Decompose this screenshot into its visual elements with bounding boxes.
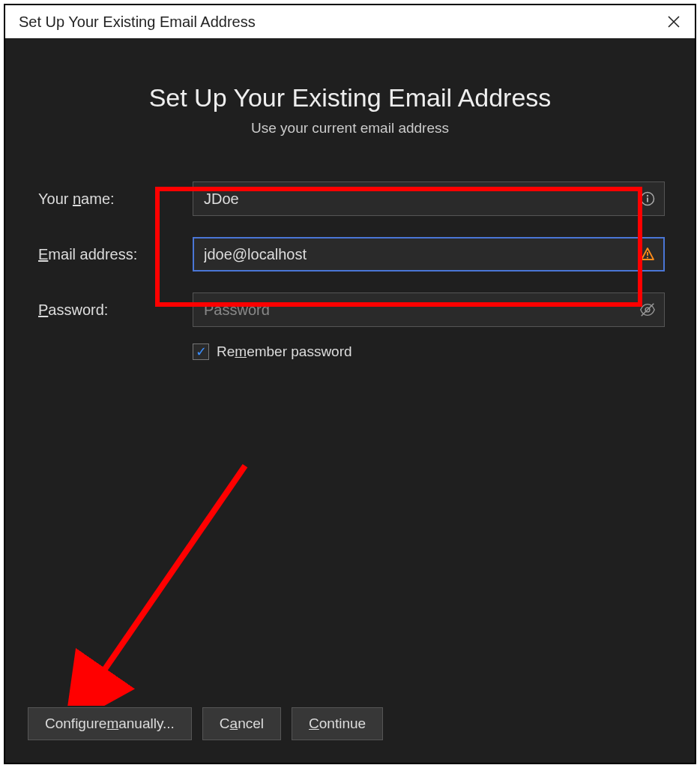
label-accelerator: P: [38, 302, 48, 318]
configure-manually-button[interactable]: Configure manually...: [28, 707, 192, 740]
label-text: ame:: [81, 190, 114, 207]
label-accelerator: m: [235, 344, 247, 359]
name-input[interactable]: [193, 182, 665, 216]
label-accelerator: n: [73, 190, 81, 207]
svg-point-1: [647, 195, 648, 196]
remember-checkbox[interactable]: ✓: [193, 344, 209, 360]
btn-text: ncel: [238, 716, 264, 732]
svg-rect-2: [647, 198, 648, 202]
label-text: Your: [38, 190, 73, 207]
btn-text: Configure: [45, 716, 106, 732]
continue-button[interactable]: Continue: [292, 707, 383, 740]
email-input[interactable]: [193, 237, 665, 272]
remember-row: ✓ Remember password: [193, 344, 665, 360]
label-accelerator: E: [38, 246, 48, 262]
name-label: Your name:: [35, 190, 193, 208]
svg-line-7: [95, 466, 245, 683]
page-heading: Set Up Your Existing Email Address: [35, 83, 665, 112]
cancel-button[interactable]: Cancel: [202, 707, 281, 740]
info-icon[interactable]: [639, 190, 656, 207]
email-input-wrap: [193, 237, 665, 272]
annotation-arrow-icon: [65, 458, 260, 706]
password-label: Password:: [35, 302, 193, 319]
btn-accelerator: a: [230, 716, 238, 732]
btn-accelerator: m: [106, 716, 118, 732]
btn-text: ontinue: [319, 716, 366, 732]
label-text: Re: [217, 344, 235, 359]
label-text: ember password: [247, 344, 351, 359]
email-row: Email address:: [35, 237, 665, 272]
password-row: Password:: [35, 292, 665, 327]
eye-off-icon[interactable]: [639, 302, 656, 318]
dialog-window: Set Up Your Existing Email Address Set U…: [4, 4, 696, 764]
button-bar: Configure manually... Cancel Continue: [28, 707, 672, 740]
svg-point-4: [647, 256, 648, 258]
btn-text: anually...: [118, 716, 175, 732]
window-title: Set Up Your Existing Email Address: [19, 14, 256, 31]
close-icon[interactable]: [663, 11, 684, 32]
btn-accelerator: C: [309, 716, 319, 732]
name-row: Your name:: [35, 182, 665, 216]
password-input[interactable]: [193, 292, 665, 327]
label-text: assword:: [48, 302, 108, 318]
page-subheading: Use your current email address: [35, 120, 665, 136]
check-icon: ✓: [196, 345, 207, 358]
dialog-content: Set Up Your Existing Email Address Use y…: [5, 38, 695, 763]
name-input-wrap: [193, 182, 665, 216]
label-text: mail address:: [48, 246, 137, 262]
warning-icon: [639, 246, 656, 262]
btn-text: C: [220, 716, 230, 732]
svg-rect-3: [647, 252, 648, 256]
titlebar: Set Up Your Existing Email Address: [5, 5, 695, 38]
password-input-wrap: [193, 292, 665, 327]
form-area: Your name: Email address:: [35, 182, 665, 360]
email-label: Email address:: [35, 246, 193, 263]
remember-label[interactable]: Remember password: [217, 344, 352, 360]
